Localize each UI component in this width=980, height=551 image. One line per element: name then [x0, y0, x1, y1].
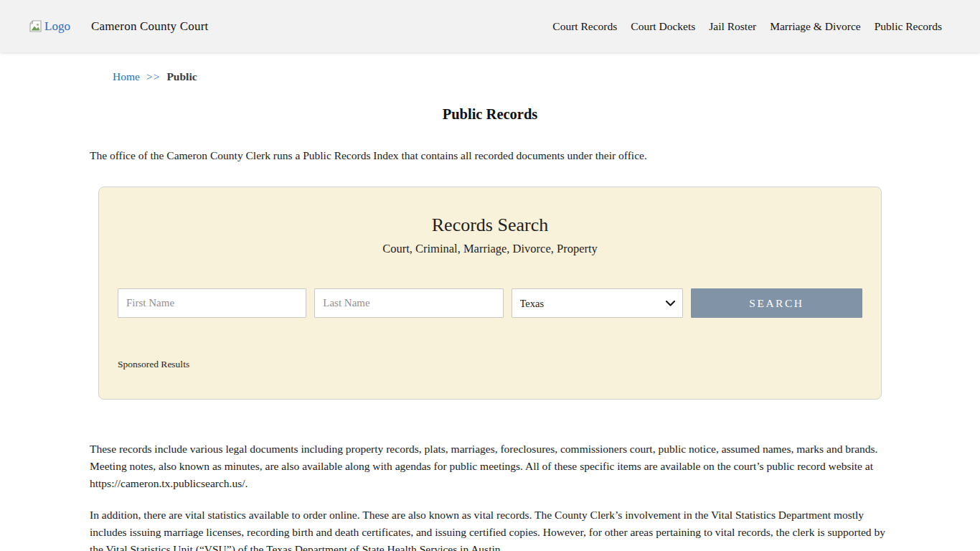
records-search-panel: Records Search Court, Criminal, Marriage… — [98, 187, 882, 400]
nav-court-records[interactable]: Court Records — [552, 20, 617, 33]
brand-area: Logo Cameron County Court — [29, 19, 209, 34]
vital-statistics-paragraph: In addition, there are vital statistics … — [90, 507, 890, 551]
breadcrumb-separator: >> — [146, 70, 160, 83]
logo-link[interactable]: Logo — [29, 19, 70, 34]
body-copy: These records include various legal docu… — [90, 441, 890, 551]
nav-court-dockets[interactable]: Court Dockets — [631, 20, 695, 33]
main-nav: Court Records Court Dockets Jail Roster … — [552, 20, 942, 33]
search-panel-title: Records Search — [118, 215, 862, 236]
breadcrumb-home-link[interactable]: Home — [113, 70, 140, 83]
breadcrumb: Home>>Public — [113, 70, 890, 83]
site-title: Cameron County Court — [91, 19, 209, 34]
breadcrumb-current: Public — [166, 70, 197, 83]
records-description-paragraph: These records include various legal docu… — [90, 441, 890, 492]
intro-paragraph: The office of the Cameron County Clerk r… — [90, 147, 890, 164]
main-content: Home>>Public Public Records The office o… — [90, 70, 890, 551]
state-select[interactable]: Texas — [512, 288, 683, 318]
logo-alt-text: Logo — [44, 19, 70, 34]
nav-jail-roster[interactable]: Jail Roster — [709, 20, 756, 33]
broken-image-icon — [29, 20, 43, 33]
nav-marriage-divorce[interactable]: Marriage & Divorce — [770, 20, 861, 33]
nav-public-records[interactable]: Public Records — [875, 20, 942, 33]
last-name-input[interactable] — [314, 288, 503, 318]
search-button[interactable]: SEARCH — [691, 288, 862, 318]
search-panel-subtitle: Court, Criminal, Marriage, Divorce, Prop… — [118, 242, 862, 256]
state-select-wrap: Texas — [512, 288, 683, 318]
page-title: Public Records — [90, 106, 890, 123]
sponsored-results-label: Sponsored Results — [118, 359, 862, 370]
search-form: Texas SEARCH — [118, 288, 862, 318]
site-header: Logo Cameron County Court Court Records … — [0, 0, 980, 52]
first-name-input[interactable] — [118, 288, 306, 318]
